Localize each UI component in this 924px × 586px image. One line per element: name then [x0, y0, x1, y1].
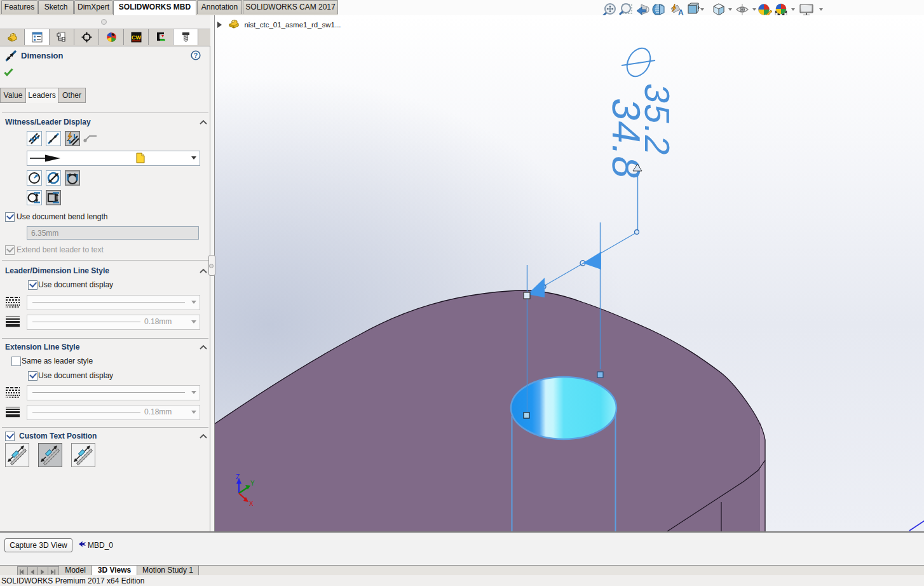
- svg-text:34.8: 34.8: [604, 95, 648, 184]
- svg-text:Y: Y: [250, 480, 255, 487]
- svg-text:X: X: [249, 500, 254, 507]
- svg-text:Z: Z: [236, 474, 240, 480]
